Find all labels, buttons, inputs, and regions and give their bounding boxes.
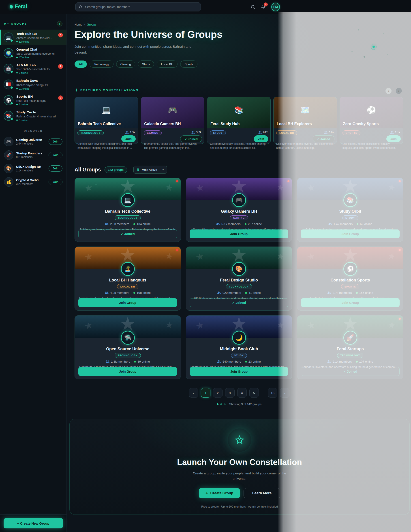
join-button[interactable]: Join <box>49 179 63 185</box>
card-title: Local BH Hangouts <box>75 278 181 283</box>
featured-next-button[interactable]: › <box>396 88 402 94</box>
join-group-button[interactable]: Join Group <box>78 367 177 376</box>
join-group-button[interactable]: Join Group <box>190 229 288 238</box>
filter-chip-all[interactable]: All <box>74 60 87 68</box>
pagination-page-4[interactable]: 4 <box>237 388 247 398</box>
learn-more-button[interactable]: Learn More <box>244 488 280 498</box>
join-group-button[interactable]: Join Group <box>78 298 177 307</box>
featured-card-feral-study-hub[interactable]: 📚 Feral Study Hub STUDY 892 Collaborativ… <box>207 97 271 144</box>
featured-carousel: 💻 Bahrain Tech Collective TECHNOLOGY 1.3… <box>74 97 404 144</box>
join-group-button[interactable]: Join Group <box>301 298 400 307</box>
group-card-bahrain-tech-collective[interactable]: 💻 Bahrain Tech Collective TECHNOLOGY 2.8… <box>74 178 181 242</box>
filter-chip-sports[interactable]: Sports <box>180 60 197 68</box>
join-button[interactable]: Join <box>121 135 136 142</box>
online-count: 41 online <box>248 291 261 294</box>
online-dot-icon <box>245 223 247 225</box>
category-tag: TECHNOLOGY <box>337 353 363 358</box>
sidebar-group-tech-hub-bh[interactable]: 💻 Tech Hub BH Ahmed: Check out this API.… <box>0 29 66 45</box>
pagination-page-5[interactable]: 5 <box>249 388 259 398</box>
join-group-button[interactable]: Join Group <box>190 367 288 376</box>
group-card-feral-startups[interactable]: 🚀 Feral Startups TECHNOLOGY 2.1k members… <box>297 315 403 380</box>
members-icon <box>105 291 109 294</box>
sort-dropdown[interactable]: ⇅ Most Active ▾ <box>133 166 167 174</box>
online-dot-icon <box>133 292 135 294</box>
card-stats: 4.2k members 198 online <box>75 291 181 294</box>
join-button[interactable]: Join <box>49 152 63 158</box>
join-button[interactable]: Join <box>254 135 268 142</box>
discover-item-crypto-web3[interactable]: 💰 Crypto & Web3 3.2k members Join <box>0 175 66 189</box>
featured-card-local-bh-explorers[interactable]: 🗺️ Local BH Explorers LOCAL BH 5.6k Disc… <box>273 97 337 144</box>
notifications-bell-icon[interactable]: 3 <box>261 4 265 10</box>
card-stats: 2.8k members 134 online <box>75 222 181 226</box>
app-window: Feral 3 FM MY GROUPS 6 💻 <box>0 0 411 532</box>
members-icon <box>328 223 332 225</box>
join-button[interactable]: Join <box>386 135 401 142</box>
discover-members: 891 members <box>16 155 46 159</box>
member-count: 2.8k members <box>110 222 129 226</box>
breadcrumb-home-link[interactable]: Home <box>74 23 82 26</box>
joined-button[interactable]: ✓ Joined <box>301 367 400 376</box>
global-search[interactable] <box>75 2 201 11</box>
sort-value: Most Active <box>142 168 157 171</box>
group-card-study-orbit[interactable]: 📚 Study Orbit STUDY 1.4k members 62 onli… <box>297 178 403 242</box>
group-card-galaxy-gamers-bh[interactable]: 🎮 Galaxy Gamers BH GAMING 5.1k members 2… <box>186 178 292 242</box>
create-new-group-button[interactable]: + Create New Group <box>4 518 63 528</box>
category-tag: TECHNOLOGY <box>226 284 252 289</box>
card-banner: 🗺️ Local BH Explorers <box>274 97 337 128</box>
search-input[interactable] <box>85 5 197 9</box>
pagination-page-1[interactable]: 1 <box>201 388 210 398</box>
pagination-next-button[interactable]: › <box>280 388 289 398</box>
members-icon <box>217 291 221 294</box>
members-icon <box>324 131 328 134</box>
join-button[interactable]: Join <box>49 139 63 145</box>
filter-chip-local-bh[interactable]: Local BH <box>157 60 178 68</box>
card-title: Feral Study Hub <box>210 122 239 126</box>
filter-chip-technology[interactable]: Technology <box>90 60 113 68</box>
featured-prev-button[interactable]: ‹ <box>385 88 392 94</box>
sidebar-group-sports-bh[interactable]: ⚽ Sports BH Noor: Big match tonight! 5 o… <box>0 92 66 108</box>
discover-item-uiux-design-bh[interactable]: 🎨 UI/UX Design BH 1.1k members Join <box>0 162 66 175</box>
card-title: Midnight Book Club <box>186 347 292 352</box>
join-button[interactable]: Join <box>49 165 63 172</box>
sidebar-footer: + Create New Group <box>0 514 66 532</box>
breadcrumb-current[interactable]: Groups <box>87 23 96 26</box>
group-card-local-bh-hangouts[interactable]: 🏝️ Local BH Hangouts LOCAL BH 4.2k membe… <box>74 247 181 311</box>
header-search-icon[interactable] <box>251 5 255 9</box>
filter-chip-study[interactable]: Study <box>138 60 154 68</box>
online-count: 89 online <box>137 360 150 363</box>
group-card-open-source-universe[interactable]: 🛸 Open Source Universe TECHNOLOGY 1.8k m… <box>74 315 181 380</box>
sidebar-group-ai-ml-lab[interactable]: 🤖 AI & ML Lab You: GPT-5 is incredible f… <box>0 61 66 77</box>
online-count: 8 online <box>16 71 55 74</box>
featured-card-galactic-gamers-bh[interactable]: 🎮 Galactic Gamers BH GAMING 3.5k Tournam… <box>141 97 204 144</box>
user-avatar[interactable]: FM <box>271 3 280 11</box>
filter-chip-gaming[interactable]: Gaming <box>116 60 135 68</box>
sidebar-group-bahrain-devs[interactable]: Bahrain Devs Khalid: Anyone hiring? 😄 21… <box>0 76 66 92</box>
pagination-prev-button[interactable]: ‹ <box>189 388 198 398</box>
join-group-button[interactable]: Join Group <box>301 229 400 238</box>
group-card-midnight-book-club[interactable]: 🌙 Midnight Book Club STUDY 640 members 2… <box>186 315 292 380</box>
member-count: 892 <box>258 131 268 134</box>
group-card-constellation-sports[interactable]: ⚽ Constellation Sports SPORTS 3.7k membe… <box>297 247 403 311</box>
pagination-page-16[interactable]: 16 <box>268 388 277 398</box>
featured-card-bahrain-tech-collective[interactable]: 💻 Bahrain Tech Collective TECHNOLOGY 1.3… <box>74 97 138 144</box>
create-group-button[interactable]: Create Group <box>199 488 240 498</box>
joined-button[interactable]: ✓ Joined <box>313 135 334 142</box>
pagination-page-2[interactable]: 2 <box>213 388 222 398</box>
cta-title: Launch Your Own Constellation <box>70 458 410 467</box>
pagination-page-3[interactable]: 3 <box>225 388 235 398</box>
featured-card-zero-gravity-sports[interactable]: ⚽ Zero-Gravity Sports SPORTS 2.1k Live s… <box>340 97 403 144</box>
sidebar-group-study-circle[interactable]: 📚 Study Circle Fatima: Chapter 4 notes s… <box>0 108 66 124</box>
group-card-feral-design-studio[interactable]: 🎨 Feral Design Studio TECHNOLOGY 920 mem… <box>186 247 292 311</box>
discover-item-gaming-universe[interactable]: 🎮 Gaming Universe 2.4k members Join <box>0 135 66 148</box>
joined-button[interactable]: ✓ Joined <box>78 229 177 238</box>
online-count: 155 online <box>359 291 373 294</box>
joined-button[interactable]: ✓ Joined <box>190 298 288 307</box>
showing-text: Showing 9 of 142 groups <box>229 402 261 406</box>
app-logo[interactable]: Feral <box>10 4 27 10</box>
joined-button[interactable]: ✓ Joined <box>180 135 202 142</box>
my-groups-header: MY GROUPS 6 <box>0 14 66 29</box>
sidebar-group-general-chat[interactable]: 🌍 General Chat Sara: Good morning everyo… <box>0 45 66 61</box>
top-bar: Feral 3 FM <box>0 0 411 14</box>
discover-item-startup-founders[interactable]: 🚀 Startup Founders 891 members Join <box>0 148 66 162</box>
money-bag-icon: 💰 <box>4 177 13 187</box>
